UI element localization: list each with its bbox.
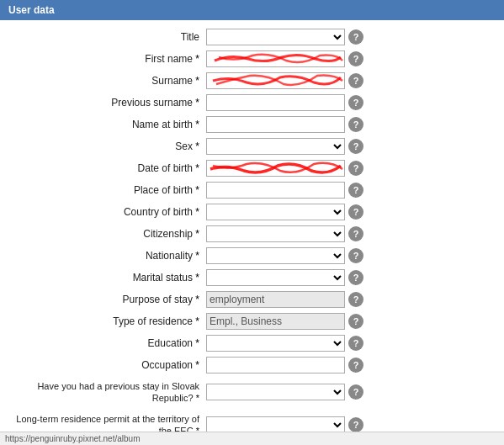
control-citizenship	[206, 225, 345, 242]
title-select[interactable]	[206, 29, 345, 45]
label-citizenship: Citizenship	[8, 228, 206, 240]
form-container: Title ? First name ? Surname	[0, 20, 504, 445]
window-title-bar: User data	[0, 0, 504, 20]
country-of-birth-select[interactable]	[206, 204, 345, 220]
help-icon-nationality[interactable]: ?	[348, 248, 363, 263]
place-of-birth-input[interactable]	[206, 182, 345, 199]
control-date-of-birth	[206, 160, 345, 177]
label-nationality: Nationality	[8, 250, 206, 262]
control-country-of-birth	[206, 204, 345, 220]
row-country-of-birth: Country of birth ?	[8, 202, 496, 222]
control-purpose-of-stay	[206, 291, 345, 308]
help-icon-marital-status[interactable]: ?	[348, 270, 363, 285]
label-surname: Surname	[8, 75, 206, 87]
previous-stay-select[interactable]	[206, 384, 345, 400]
help-icon-sex[interactable]: ?	[348, 139, 363, 154]
control-surname	[206, 72, 345, 89]
control-long-term-permit	[206, 416, 345, 433]
label-type-of-residence: Type of residence	[8, 315, 206, 327]
help-icon-place-of-birth[interactable]: ?	[348, 183, 363, 198]
control-marital-status	[206, 269, 345, 286]
row-previous-surname: Previous surname ?	[8, 93, 496, 113]
label-sex: Sex	[8, 140, 206, 152]
row-citizenship: Citizenship ?	[8, 224, 496, 244]
label-date-of-birth: Date of birth	[8, 162, 206, 174]
status-bar: https://penguinruby.pixnet.net/album	[0, 432, 504, 445]
row-sex: Sex ?	[8, 136, 496, 156]
control-sex	[206, 138, 345, 155]
help-icon-title[interactable]: ?	[348, 29, 363, 45]
row-nationality: Nationality ?	[8, 246, 496, 266]
control-nationality	[206, 247, 345, 264]
control-education	[206, 335, 345, 352]
row-title: Title ?	[8, 27, 496, 47]
occupation-input[interactable]	[206, 357, 345, 373]
row-marital-status: Marital status ?	[8, 268, 496, 288]
help-icon-country-of-birth[interactable]: ?	[348, 204, 363, 220]
control-name-at-birth	[206, 116, 345, 133]
label-previous-stay: Have you had a previous stay in Slovak R…	[8, 379, 206, 406]
purpose-of-stay-input[interactable]	[206, 291, 345, 308]
help-icon-education[interactable]: ?	[348, 336, 363, 351]
row-date-of-birth: Date of birth ?	[8, 158, 496, 178]
type-of-residence-input[interactable]	[206, 313, 345, 330]
help-icon-occupation[interactable]: ?	[348, 358, 363, 373]
help-icon-type-of-residence[interactable]: ?	[348, 314, 363, 329]
label-first-name: First name	[8, 53, 206, 65]
label-purpose-of-stay: Purpose of stay	[8, 294, 206, 305]
help-icon-first-name[interactable]: ?	[348, 51, 363, 66]
row-surname: Surname ?	[8, 71, 496, 91]
label-country-of-birth: Country of birth	[8, 206, 206, 218]
row-name-at-birth: Name at birth ?	[8, 114, 496, 135]
help-icon-citizenship[interactable]: ?	[348, 226, 363, 241]
control-occupation	[206, 357, 345, 373]
help-icon-purpose-of-stay[interactable]: ?	[348, 292, 363, 307]
surname-input[interactable]	[206, 72, 345, 89]
control-type-of-residence	[206, 313, 345, 330]
citizenship-select[interactable]	[206, 225, 345, 242]
first-name-input[interactable]	[206, 50, 345, 67]
label-name-at-birth: Name at birth	[8, 119, 206, 130]
row-place-of-birth: Place of birth ?	[8, 180, 496, 200]
control-title	[206, 29, 345, 45]
label-marital-status: Marital status	[8, 272, 206, 283]
label-title: Title	[8, 31, 206, 43]
window-title: User data	[8, 4, 55, 16]
education-select[interactable]	[206, 335, 345, 352]
row-type-of-residence: Type of residence ?	[8, 311, 496, 331]
sex-select[interactable]	[206, 138, 345, 155]
help-icon-long-term-permit[interactable]: ?	[348, 417, 363, 432]
previous-surname-input[interactable]	[206, 94, 345, 111]
name-at-birth-input[interactable]	[206, 116, 345, 133]
label-occupation: Occupation	[8, 359, 206, 371]
nationality-select[interactable]	[206, 247, 345, 264]
help-icon-name-at-birth[interactable]: ?	[348, 117, 363, 132]
help-icon-date-of-birth[interactable]: ?	[348, 161, 363, 176]
control-place-of-birth	[206, 182, 345, 199]
row-purpose-of-stay: Purpose of stay ?	[8, 289, 496, 310]
control-previous-surname	[206, 94, 345, 111]
help-icon-previous-stay[interactable]: ?	[348, 384, 363, 400]
row-occupation: Occupation ?	[8, 355, 496, 375]
label-education: Education	[8, 337, 206, 349]
control-previous-stay	[206, 384, 345, 400]
marital-status-select[interactable]	[206, 269, 345, 286]
label-previous-surname: Previous surname	[8, 97, 206, 109]
help-icon-previous-surname[interactable]: ?	[348, 95, 363, 110]
row-previous-stay: Have you had a previous stay in Slovak R…	[8, 377, 496, 408]
long-term-permit-select[interactable]	[206, 416, 345, 433]
row-first-name: First name ?	[8, 49, 496, 69]
help-icon-surname[interactable]: ?	[348, 73, 363, 88]
url-display: https://penguinruby.pixnet.net/album	[5, 434, 140, 443]
control-first-name	[206, 50, 345, 67]
date-of-birth-input[interactable]	[206, 160, 345, 177]
label-place-of-birth: Place of birth	[8, 184, 206, 196]
row-education: Education ?	[8, 333, 496, 353]
